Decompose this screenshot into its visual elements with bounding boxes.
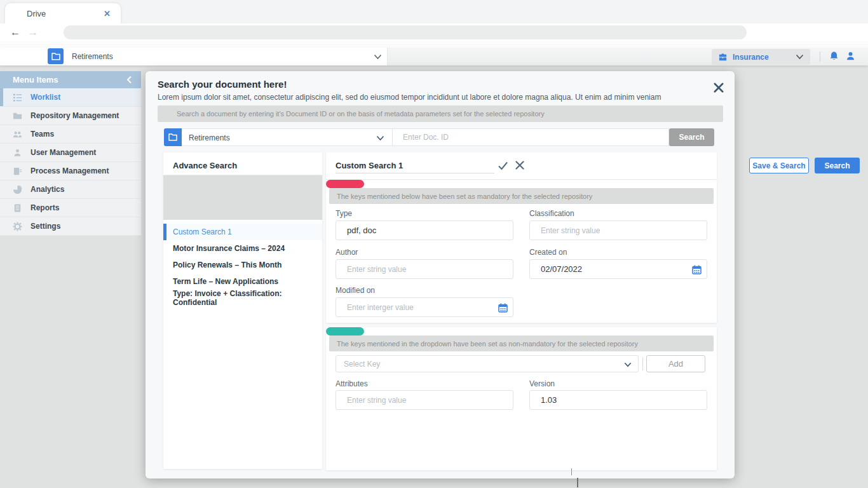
- search-name-input[interactable]: [336, 158, 494, 173]
- select-key-input[interactable]: [336, 356, 614, 372]
- field-label-attributes: Attributes: [336, 379, 368, 388]
- classification-input[interactable]: [530, 221, 707, 240]
- page-top-strip: [0, 41, 868, 48]
- version-input[interactable]: [530, 391, 707, 409]
- user-icon: [13, 148, 22, 158]
- address-bar[interactable]: [64, 25, 747, 39]
- cursor-artifact: [577, 478, 578, 487]
- advance-search-title: Advance Search: [173, 161, 237, 170]
- sidebar-menu: Worklist Repository Management Teams Use…: [0, 88, 141, 236]
- user-profile-icon[interactable]: [845, 51, 856, 62]
- tab-title: Drive: [27, 9, 46, 18]
- browser-tab[interactable]: Drive ✕: [5, 3, 121, 24]
- modified-on-input[interactable]: [336, 298, 513, 316]
- attributes-input[interactable]: [336, 391, 513, 409]
- analytics-icon: [13, 185, 22, 194]
- non-mandatory-accent-pill: [326, 327, 364, 336]
- sidebar-item-teams[interactable]: Teams: [0, 125, 141, 144]
- sidebar-header-label: Menu Items: [13, 75, 58, 85]
- advance-search-title-row: Advance Search: [163, 152, 322, 175]
- cursor-artifact: [571, 468, 572, 475]
- modal-subtitle: Lorem ipsum dolor sit amet, consectetur …: [158, 93, 661, 102]
- type-field-wrap: [336, 220, 513, 240]
- sidebar: Menu Items Worklist Repository Managemen…: [0, 71, 141, 244]
- back-icon[interactable]: ←: [10, 25, 20, 39]
- browser-toolbar: ← →: [0, 24, 868, 41]
- field-label-version: Version: [529, 379, 555, 388]
- field-label-author: Author: [336, 248, 358, 257]
- sidebar-header: Menu Items: [0, 71, 141, 88]
- search-document-modal: Search your document here! Lorem ipsum d…: [146, 71, 735, 478]
- sidebar-item-settings[interactable]: Settings: [0, 217, 141, 236]
- app-topbar: Retirements Insurance: [0, 48, 868, 65]
- sidebar-item-process-management[interactable]: Process Management: [0, 162, 141, 180]
- saved-search-list: Custom Search 1 Motor Insurance Claims –…: [163, 224, 322, 306]
- teams-icon: [13, 130, 22, 139]
- author-input[interactable]: [336, 260, 513, 278]
- calendar-icon[interactable]: [498, 303, 508, 313]
- browser-tabstrip: Drive ✕: [0, 0, 868, 24]
- chevron-down-icon: [624, 361, 632, 369]
- calendar-icon[interactable]: [692, 265, 702, 274]
- sidebar-item-label: Analytics: [31, 185, 64, 194]
- doc-id-field-wrap: [393, 128, 669, 146]
- sidebar-item-repository-management[interactable]: Repository Management: [0, 107, 141, 125]
- modal-repository-label: Retirements: [189, 133, 230, 142]
- saved-search-item[interactable]: Motor Insurance Claims – 2024: [163, 240, 322, 257]
- chevron-down-icon[interactable]: [374, 54, 382, 60]
- tab-close-icon[interactable]: ✕: [104, 9, 111, 18]
- folder-icon: [48, 48, 64, 64]
- sidebar-item-worklist[interactable]: Worklist: [0, 88, 141, 107]
- version-field-wrap: [529, 390, 707, 410]
- field-label-type: Type: [336, 209, 352, 218]
- settings-gear-icon: [13, 222, 22, 231]
- doc-id-input[interactable]: [393, 129, 668, 146]
- modal-title: Search your document here!: [158, 79, 287, 90]
- non-mandatory-keys-card: The keys mentioned in the dropdown have …: [326, 327, 717, 470]
- confirm-check-icon[interactable]: [498, 160, 508, 171]
- select-key-divider: [642, 357, 643, 370]
- modal-close-icon[interactable]: [713, 82, 724, 93]
- screen: Drive ✕ ← → Retirements Insurance Menu I: [0, 0, 868, 488]
- sidebar-item-label: Process Management: [31, 166, 109, 175]
- created-on-input[interactable]: [530, 260, 707, 278]
- workspace-selector[interactable]: Insurance: [712, 49, 810, 65]
- mandatory-accent-pill: [326, 180, 364, 188]
- sidebar-item-analytics[interactable]: Analytics: [0, 180, 141, 199]
- add-key-button[interactable]: Add: [646, 355, 705, 372]
- attributes-field-wrap: [336, 390, 513, 410]
- saved-search-item[interactable]: Custom Search 1: [163, 224, 322, 240]
- modal-repository-selector[interactable]: Retirements: [164, 128, 393, 146]
- sidebar-item-reports[interactable]: Reports: [0, 199, 141, 217]
- created-on-field-wrap: [529, 259, 707, 279]
- save-and-search-button[interactable]: Save & Search: [749, 158, 809, 173]
- saved-search-item[interactable]: Policy Renewals – This Month: [163, 257, 322, 273]
- forward-icon[interactable]: →: [28, 25, 38, 39]
- reports-icon: [13, 203, 22, 213]
- sidebar-item-label: Settings: [31, 222, 60, 231]
- worklist-icon: [13, 93, 22, 102]
- cancel-x-icon[interactable]: [515, 160, 525, 170]
- saved-search-item[interactable]: Type: Invoice + Classification: Confiden…: [163, 290, 322, 306]
- editor-search-button[interactable]: Search: [815, 158, 860, 173]
- select-key-dropdown[interactable]: [336, 355, 639, 372]
- topbar-repository-label: Retirements: [72, 52, 113, 61]
- sidebar-item-user-management[interactable]: User Management: [0, 144, 141, 162]
- modified-on-field-wrap: [336, 297, 513, 317]
- notifications-bell-icon[interactable]: [829, 51, 839, 62]
- mandatory-note: The keys mentioned below have been set a…: [329, 188, 714, 204]
- repository-selector[interactable]: Retirements: [0, 48, 388, 65]
- sidebar-item-label: Repository Management: [31, 111, 119, 120]
- process-icon: [13, 166, 22, 176]
- doc-id-search-button[interactable]: Search: [669, 128, 714, 146]
- saved-search-item[interactable]: Term Life – New Applications: [163, 273, 322, 290]
- collapse-chevron-left-icon[interactable]: [126, 76, 132, 84]
- advance-search-panel: Advance Search Custom Search 1 Motor Ins…: [163, 152, 322, 469]
- workspace-label: Insurance: [733, 53, 769, 62]
- classification-field-wrap: [529, 220, 707, 240]
- topbar-divider: [820, 51, 820, 62]
- search-name-card: Save & Search Search: [326, 152, 717, 179]
- type-input[interactable]: [336, 221, 513, 240]
- modal-instruction: Search a document by entering it's Docum…: [158, 105, 723, 122]
- field-label-created-on: Created on: [529, 248, 567, 257]
